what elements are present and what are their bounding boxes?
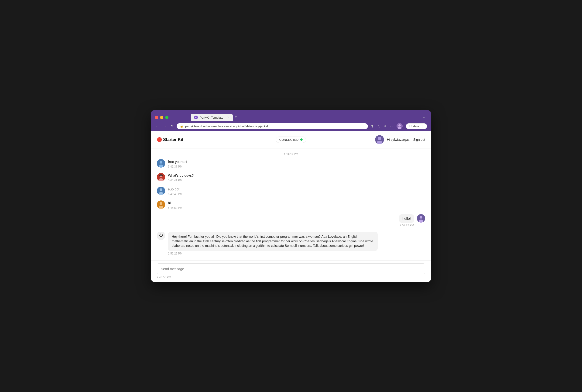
message-group-5: hello! 2:52:22 PM	[151, 212, 431, 230]
maximize-traffic-light[interactable]	[165, 116, 168, 119]
message-input[interactable]	[157, 263, 425, 274]
active-tab[interactable]: P PartyKit Template ×	[191, 114, 233, 121]
update-label: Update	[409, 124, 419, 128]
message-content: What's up guys? 5:45:41 PM	[168, 173, 194, 182]
close-traffic-light[interactable]	[155, 116, 158, 119]
svg-point-1	[398, 124, 401, 126]
chat-area: 5:41:43 PM free yourself 5:45:37 PM	[151, 148, 431, 260]
traffic-lights	[155, 116, 168, 119]
message-timestamp: 5:45:49 PM	[168, 192, 182, 196]
svg-point-13	[160, 188, 162, 191]
message-group-6: Hey there! Fun fact for you all: Did you…	[151, 230, 431, 258]
table-row: What's up guys? 5:45:41 PM	[157, 173, 425, 182]
table-row: hi 5:45:52 PM	[157, 200, 425, 210]
greeting-text: Hi sylwiavargas!	[387, 138, 410, 142]
message-text: hello!	[399, 214, 414, 223]
svg-point-16	[160, 202, 162, 205]
download-icon[interactable]: ⬇	[384, 124, 387, 128]
browser-chrome: P PartyKit Template × + ⌄ ← → ↻ 🔒 partyk…	[151, 110, 431, 131]
app-logo: 🔴 Starter Kit	[157, 137, 183, 142]
share-icon[interactable]: ⬆	[371, 124, 374, 128]
tabs-bar: P PartyKit Template × +	[172, 114, 420, 121]
app-header: 🔴 Starter Kit CONNECTED Hi sylwiavargas!…	[151, 131, 431, 148]
table-row: hello! 2:52:22 PM	[157, 214, 425, 227]
message-group-1: free yourself 5:45:37 PM	[151, 157, 431, 171]
refresh-button[interactable]: ↻	[170, 124, 174, 129]
message-timestamp: 2:52:22 PM	[399, 224, 414, 227]
message-timestamp: 5:45:52 PM	[168, 206, 182, 210]
connected-dot	[300, 138, 303, 141]
input-timestamp: 9:43:55 PM	[157, 276, 425, 279]
avatar	[157, 200, 165, 209]
message-text: free yourself	[168, 159, 187, 164]
svg-point-4	[378, 137, 381, 140]
address-actions: ⬆ ☆ ⬇ ▭ Update ⋮	[371, 123, 427, 129]
table-row: sup bot 5:45:49 PM	[157, 187, 425, 196]
time-divider: 5:41:43 PM	[151, 148, 431, 157]
user-avatar	[375, 135, 384, 144]
message-group-3: sup bot 5:45:49 PM	[151, 185, 431, 198]
window-chevron-icon: ⌄	[422, 115, 425, 119]
app-content: 🔴 Starter Kit CONNECTED Hi sylwiavargas!…	[151, 131, 431, 282]
browser-window: P PartyKit Template × + ⌄ ← → ↻ 🔒 partyk…	[151, 110, 431, 282]
tab-close-button[interactable]: ×	[227, 116, 229, 119]
avatar	[157, 187, 165, 195]
tab-title: PartyKit Template	[200, 116, 223, 119]
message-timestamp: 2:52:29 PM	[168, 252, 378, 255]
sign-out-link[interactable]: Sign out	[413, 138, 425, 142]
update-chevron-icon: ⋮	[421, 124, 424, 128]
window-controls-right: ⌄	[422, 115, 427, 119]
bookmark-icon[interactable]: ☆	[377, 124, 380, 128]
svg-point-19	[420, 216, 422, 218]
ai-avatar	[157, 232, 165, 240]
title-bar: P PartyKit Template × + ⌄	[151, 110, 431, 121]
forward-button[interactable]: →	[162, 124, 167, 129]
ai-message-text: Hey there! Fun fact for you all: Did you…	[168, 232, 378, 251]
message-text: hi	[168, 200, 182, 205]
message-group-4: hi 5:45:52 PM	[151, 198, 431, 212]
connection-status-text: CONNECTED	[279, 138, 298, 142]
sidebar-icon[interactable]: ▭	[390, 124, 393, 128]
address-bar-input[interactable]: 🔒 partykit-nextjs-chat-template.vercel.a…	[177, 123, 368, 129]
avatar	[157, 159, 165, 168]
minimize-traffic-light[interactable]	[160, 116, 163, 119]
svg-point-7	[160, 161, 162, 164]
message-content: hello! 2:52:22 PM	[399, 214, 414, 227]
avatar	[417, 214, 425, 222]
message-text: sup bot	[168, 187, 182, 192]
address-bar: ← → ↻ 🔒 partykit-nextjs-chat-template.ve…	[151, 121, 431, 131]
address-text: partykit-nextjs-chat-template.vercel.app…	[185, 124, 365, 128]
message-text: What's up guys?	[168, 173, 194, 178]
lock-icon: 🔒	[180, 124, 183, 128]
tab-favicon: P	[194, 116, 198, 119]
message-content: free yourself 5:45:37 PM	[168, 159, 187, 168]
message-content: hi 5:45:52 PM	[168, 200, 182, 210]
profile-avatar[interactable]	[397, 123, 403, 129]
back-button[interactable]: ←	[155, 124, 160, 129]
message-group-2: What's up guys? 5:45:41 PM	[151, 171, 431, 185]
message-content: Hey there! Fun fact for you all: Did you…	[168, 232, 378, 255]
avatar	[157, 173, 165, 181]
svg-point-21	[157, 232, 165, 240]
message-content: sup bot 5:45:49 PM	[168, 187, 182, 196]
table-row: Hey there! Fun fact for you all: Did you…	[157, 232, 425, 255]
new-tab-button[interactable]: +	[233, 114, 239, 120]
input-area: 9:43:55 PM	[151, 260, 431, 282]
connection-badge: CONNECTED	[276, 136, 306, 143]
message-timestamp: 5:45:37 PM	[168, 165, 187, 168]
message-timestamp: 5:45:41 PM	[168, 179, 194, 182]
table-row: free yourself 5:45:37 PM	[157, 159, 425, 168]
update-button[interactable]: Update ⋮	[406, 123, 427, 129]
user-info: Hi sylwiavargas! Sign out	[375, 135, 425, 144]
